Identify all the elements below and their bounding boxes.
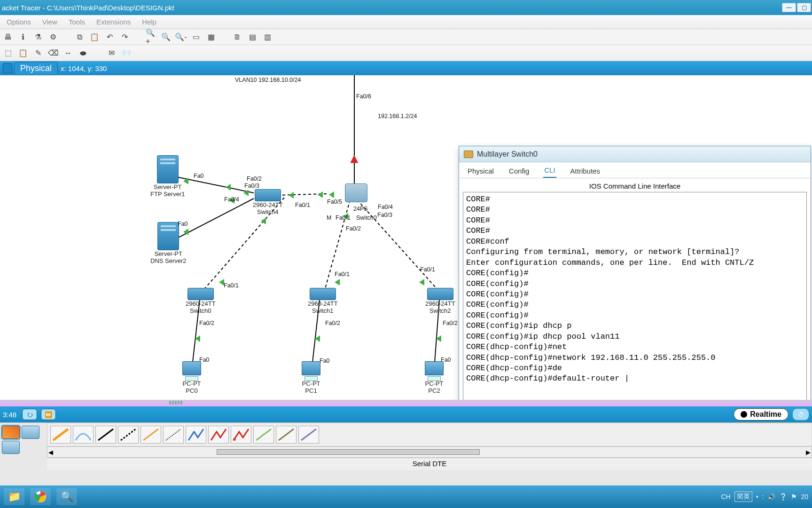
- cable-cross[interactable]: [118, 426, 139, 444]
- sw2-name: 2960-24TT: [425, 300, 455, 307]
- logical-toggle-icon[interactable]: [3, 63, 12, 73]
- select-icon[interactable]: ⬚: [3, 48, 13, 58]
- packet-tracer-taskbar-icon[interactable]: 🔍: [56, 488, 77, 505]
- device-pc1[interactable]: PC-PT PC1: [301, 361, 321, 394]
- cli-titlebar[interactable]: Multilayer Switch0: [459, 146, 811, 162]
- palette-device-1[interactable]: [2, 426, 20, 439]
- svg-marker-25: [243, 190, 249, 196]
- svg-marker-22: [436, 335, 441, 342]
- note-icon[interactable]: 🗎: [232, 32, 242, 42]
- svg-line-29: [143, 429, 158, 440]
- cable-usb[interactable]: [298, 426, 319, 444]
- device-pc0[interactable]: PC-PT PC0: [181, 361, 202, 394]
- device-switch2[interactable]: 2960-24TT Switch2: [425, 288, 455, 314]
- device-switch4[interactable]: 2960-24TT Switch4: [253, 189, 283, 215]
- shape-icon[interactable]: ⬬: [78, 48, 88, 58]
- palette-device-3[interactable]: [2, 441, 20, 454]
- draw-icon[interactable]: ▦: [206, 32, 216, 42]
- tab-attributes[interactable]: Attributes: [570, 164, 601, 178]
- iface-fa0-pc0: Fa0: [199, 357, 210, 363]
- cable-serial-dce[interactable]: [208, 426, 229, 444]
- lang-indicator[interactable]: 简英: [734, 492, 752, 502]
- cli-title-text: Multilayer Switch0: [477, 150, 538, 159]
- maximize-button[interactable]: ▢: [797, 3, 811, 12]
- tray-time[interactable]: 20: [801, 493, 808, 500]
- device-switch1[interactable]: 2960-24TT Switch1: [308, 288, 338, 314]
- device-dns-server[interactable]: Server-PT DNS Server2: [150, 222, 187, 264]
- tab-cli[interactable]: CLI: [543, 163, 556, 178]
- tray-volume-icon[interactable]: 🔊: [767, 493, 775, 500]
- cable-fiber[interactable]: [141, 426, 161, 444]
- srv2-host: DNS Server2: [150, 257, 187, 264]
- chrome-taskbar-icon[interactable]: [30, 488, 51, 505]
- device-pc2[interactable]: PC-PT PC2: [424, 361, 445, 394]
- cable-auto[interactable]: [50, 426, 71, 444]
- menu-tools[interactable]: Tools: [63, 18, 91, 26]
- menu-view[interactable]: View: [37, 18, 63, 26]
- wizard-icon[interactable]: ⚙: [48, 32, 58, 42]
- open-message-icon[interactable]: 📨: [121, 48, 132, 58]
- paste-icon[interactable]: 📋: [89, 32, 100, 42]
- eraser-icon[interactable]: ⌫: [48, 48, 58, 58]
- undo-icon[interactable]: ↶: [104, 32, 115, 42]
- zoom-out-icon[interactable]: 🔍-: [176, 32, 186, 42]
- message-icon[interactable]: ✉: [106, 48, 117, 58]
- tray-flag-icon[interactable]: ⚑: [791, 493, 797, 500]
- simulation-mode-button[interactable]: ⏱: [792, 408, 809, 421]
- device-mls0[interactable]: [345, 183, 367, 202]
- palette-device-2[interactable]: [22, 426, 39, 439]
- workspace-canvas[interactable]: VLAN10 192.168.10.0/24 Fa0/6 192.168.1.2…: [0, 75, 812, 400]
- cable-phone[interactable]: [163, 426, 184, 444]
- sw1-name: 2960-24TT: [308, 300, 338, 307]
- redo-icon[interactable]: ↷: [119, 32, 130, 42]
- panel-icon[interactable]: ▥: [262, 32, 273, 42]
- tile-icon[interactable]: ▤: [247, 32, 258, 42]
- device-switch0[interactable]: 2960-24TT Switch0: [186, 288, 216, 314]
- pen-icon[interactable]: ✎: [33, 48, 43, 58]
- zoom-in-icon[interactable]: 🔍+: [146, 32, 156, 42]
- scrollbar-handle[interactable]: [217, 449, 480, 455]
- svg-line-2: [357, 200, 439, 292]
- palette-scrollbar[interactable]: ◀ ▶: [47, 446, 812, 458]
- clock-icon: [741, 411, 747, 418]
- resize-icon[interactable]: ↔: [63, 48, 73, 58]
- cable-serial-dte[interactable]: [231, 426, 251, 444]
- ime-indicator[interactable]: CH: [721, 493, 730, 500]
- copy-icon[interactable]: ⧉: [74, 32, 85, 42]
- tray-dot-icon[interactable]: •: [756, 493, 758, 500]
- tab-physical[interactable]: Physical: [467, 164, 495, 178]
- tray-help-icon[interactable]: ❔: [779, 493, 787, 500]
- menu-options[interactable]: Options: [1, 18, 37, 26]
- cli-window: Multilayer Switch0 Physical Config CLI A…: [459, 146, 811, 400]
- draw-rect-icon[interactable]: ▭: [191, 32, 201, 42]
- svg-marker-19: [261, 218, 266, 224]
- cable-iot[interactable]: [276, 426, 297, 444]
- cable-console[interactable]: [73, 426, 94, 444]
- print-icon[interactable]: 🖶: [3, 32, 13, 42]
- device-ftp-server[interactable]: Server-PT FTP Server1: [150, 155, 185, 198]
- pane-splitter[interactable]: [0, 400, 812, 406]
- info-icon[interactable]: ℹ: [18, 32, 28, 42]
- cable-octal[interactable]: [253, 426, 274, 444]
- cli-terminal[interactable]: CORE# CORE# CORE# CORE# CORE#conf Config…: [463, 192, 807, 400]
- physical-tab[interactable]: Physical: [14, 62, 58, 75]
- svg-line-5: [174, 176, 254, 193]
- menu-extensions[interactable]: Extensions: [91, 18, 136, 26]
- system-tray[interactable]: CH 简英 • : 🔊 ❔ ⚑ 20: [721, 492, 808, 502]
- activity-icon[interactable]: ⚗: [33, 32, 43, 42]
- zoom-reset-icon[interactable]: 🔍: [161, 32, 171, 42]
- cable-straight[interactable]: [95, 426, 116, 444]
- fast-forward-button[interactable]: ⏩: [41, 409, 56, 420]
- switch-icon: [310, 288, 336, 300]
- cable-coax[interactable]: [186, 426, 206, 444]
- reset-time-button[interactable]: ⭮: [22, 409, 37, 420]
- explorer-taskbar-icon[interactable]: 📁: [4, 488, 24, 505]
- multilayer-switch-icon: [345, 183, 367, 202]
- realtime-toggle[interactable]: Realtime: [734, 408, 789, 421]
- clipboard-icon[interactable]: 📋: [18, 48, 28, 58]
- svg-marker-12: [289, 192, 294, 198]
- tab-config[interactable]: Config: [508, 164, 530, 178]
- minimize-button[interactable]: —: [782, 3, 796, 12]
- menu-help[interactable]: Help: [136, 18, 162, 26]
- multilayer-switch-small-icon: [464, 151, 473, 158]
